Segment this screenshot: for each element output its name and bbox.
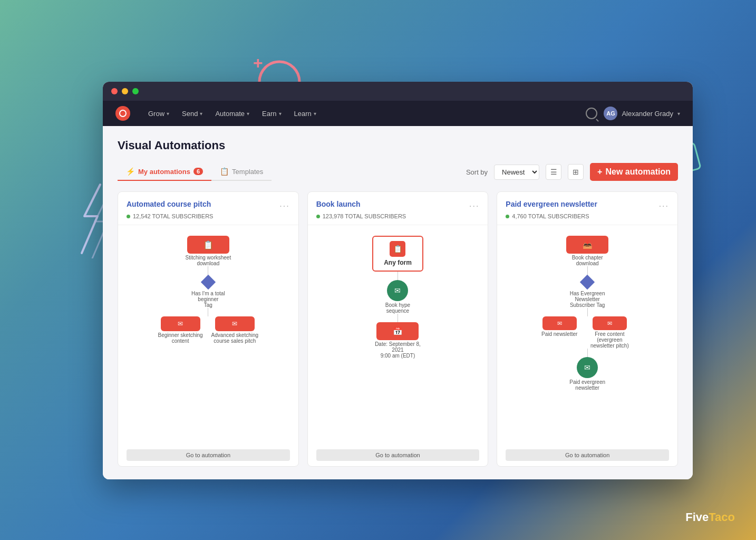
new-automation-button[interactable]: + New automation	[590, 163, 678, 181]
maximize-dot[interactable]	[132, 88, 139, 94]
page-title: Visual Automations	[118, 139, 225, 152]
automation-card-book-launch: Book launch ... 123,978 TOTAL SUBSCRIBER…	[307, 191, 489, 467]
paid-label: Paid newsletter	[541, 331, 577, 337]
automations-grid: Automated course pitch ... 12,542 TOTAL …	[118, 191, 678, 467]
nav-right: AG Alexander Grady ▾	[586, 107, 680, 120]
active-dot	[127, 215, 130, 218]
active-dot	[506, 215, 509, 218]
automation-card-newsletter: Paid evergreen newsletter ... 4,760 TOTA…	[497, 191, 678, 467]
trigger-node: 📋 Any form	[372, 236, 423, 272]
final-label: Paid evergreen newsletter	[564, 379, 611, 391]
automation-card-course-pitch: Automated course pitch ... 12,542 TOTAL …	[118, 191, 299, 467]
minimize-dot[interactable]	[122, 88, 128, 94]
card-footer: Go to automation	[118, 444, 298, 466]
go-to-automation-button[interactable]: Go to automation	[506, 449, 669, 461]
user-menu[interactable]: AG Alexander Grady ▾	[604, 107, 680, 120]
nav-item-grow[interactable]: Grow ▾	[143, 107, 175, 121]
diamond-icon	[580, 275, 595, 290]
card-subscribers: 4,760 TOTAL SUBSCRIBERS	[506, 213, 669, 219]
connector	[208, 266, 208, 275]
title-bar	[103, 82, 693, 101]
trigger-node: 📥 Book chapter download	[564, 236, 611, 266]
chevron-down-icon: ▾	[279, 111, 282, 117]
nav-item-send[interactable]: Send ▾	[177, 107, 208, 121]
sort-label: Sort by	[466, 168, 488, 176]
card-body: 📥 Book chapter download Has Evergreen Ne…	[497, 225, 677, 444]
card-menu-button[interactable]: ...	[469, 199, 479, 209]
card-header: Automated course pitch ... 12,542 TOTAL …	[118, 192, 298, 225]
card-title: Paid evergreen newsletter	[506, 200, 597, 208]
chevron-down-icon: ▾	[677, 111, 680, 117]
browser-window: Grow ▾ Send ▾ Automate ▾ Earn ▾ Learn ▾	[103, 82, 693, 479]
card-subscribers: 123,978 TOTAL SUBSCRIBERS	[316, 213, 480, 219]
connector	[208, 308, 208, 316]
connector	[398, 314, 398, 322]
chevron-down-icon: ▾	[167, 111, 169, 117]
date-icon-box: 📅	[376, 322, 419, 340]
tab-my-automations[interactable]: ⚡ My automations 6	[118, 163, 211, 181]
card-subscribers: 12,542 TOTAL SUBSCRIBERS	[127, 213, 290, 219]
free-label: Free content (evergreennewsletter pitch)	[586, 331, 633, 349]
connector	[587, 308, 588, 316]
connector	[398, 272, 398, 280]
form-icon: 📋	[390, 241, 405, 257]
go-to-automation-button[interactable]: Go to automation	[127, 449, 290, 461]
plus-icon: +	[597, 167, 602, 177]
trigger-node: 📋 Stitching worksheetdownload	[185, 236, 231, 266]
tab-templates[interactable]: 📋 Templates	[211, 163, 272, 181]
diamond-icon	[201, 275, 216, 290]
date-label: Date: September 8, 20219:00 am (EDT)	[374, 341, 421, 359]
branch-left: ✉ Paid newsletter	[541, 316, 577, 337]
email-icon: ✉	[232, 320, 237, 327]
condition-label: Has Evergreen NewsletterSubscriber Tag	[564, 291, 611, 308]
date-node: 📅 Date: September 8, 20219:00 am (EDT)	[374, 322, 421, 359]
trigger-icon-box: 📋	[187, 236, 229, 254]
sequence-label: Book hype sequence	[374, 302, 421, 314]
free-box: ✉	[593, 316, 627, 330]
chevron-down-icon: ▾	[200, 111, 202, 117]
card-body: 📋 Stitching worksheetdownload Has I'm a …	[118, 225, 298, 444]
sequence-icon: ✉	[387, 280, 408, 301]
card-menu-button[interactable]: ...	[659, 199, 669, 209]
page-header: Visual Automations	[118, 139, 678, 152]
connector	[587, 266, 588, 275]
search-icon[interactable]	[586, 108, 597, 119]
card-title-row: Paid evergreen newsletter ...	[506, 199, 669, 209]
final-icon: ✉	[577, 357, 598, 378]
email-icon: ✉	[178, 320, 183, 327]
close-dot[interactable]	[111, 88, 118, 94]
card-footer: Go to automation	[308, 444, 488, 466]
flow-diagram: 📋 Stitching worksheetdownload Has I'm a …	[124, 232, 292, 348]
nav-items: Grow ▾ Send ▾ Automate ▾ Earn ▾ Learn ▾	[143, 107, 586, 121]
flow-diagram: 📋 Any form ✉ Book hype sequence	[314, 232, 482, 363]
right-branch-label: Advanced sketchingcourse sales pitch	[211, 332, 259, 344]
card-title: Automated course pitch	[127, 200, 211, 208]
nav-item-learn[interactable]: Learn ▾	[289, 107, 322, 121]
card-menu-button[interactable]: ...	[279, 199, 289, 209]
avatar: AG	[604, 107, 617, 120]
navbar: Grow ▾ Send ▾ Automate ▾ Earn ▾ Learn ▾	[103, 101, 693, 126]
condition-node: Has I'm a total beginnerTag	[185, 275, 232, 308]
download-icon: 📋	[203, 240, 214, 250]
content-area: Visual Automations ⚡ My automations 6 📋 …	[103, 126, 693, 479]
nav-item-automate[interactable]: Automate ▾	[210, 107, 255, 121]
go-to-automation-button[interactable]: Go to automation	[316, 449, 480, 461]
template-icon: 📋	[220, 167, 229, 176]
trigger-label: Stitching worksheetdownload	[185, 255, 231, 266]
logo[interactable]	[115, 106, 130, 121]
tabs: ⚡ My automations 6 📋 Templates	[118, 163, 272, 181]
sort-select[interactable]: Newest Oldest Name	[494, 165, 539, 180]
card-header: Book launch ... 123,978 TOTAL SUBSCRIBER…	[308, 192, 488, 225]
nav-item-earn[interactable]: Earn ▾	[257, 107, 286, 121]
flow-diagram: 📥 Book chapter download Has Evergreen Ne…	[503, 232, 671, 395]
grid-view-button[interactable]: ⊞	[568, 164, 584, 180]
card-header: Paid evergreen newsletter ... 4,760 TOTA…	[497, 192, 677, 225]
card-footer: Go to automation	[497, 444, 677, 466]
form-label: Any form	[384, 259, 412, 266]
tabs-row: ⚡ My automations 6 📋 Templates Sort by N…	[118, 163, 678, 181]
calendar-icon: 📅	[393, 326, 403, 336]
branch-container: ✉ Paid newsletter ✉ Free content (evergr…	[541, 316, 633, 349]
connector	[587, 349, 588, 357]
list-view-button[interactable]: ☰	[546, 164, 561, 180]
paid-box: ✉	[542, 316, 577, 330]
